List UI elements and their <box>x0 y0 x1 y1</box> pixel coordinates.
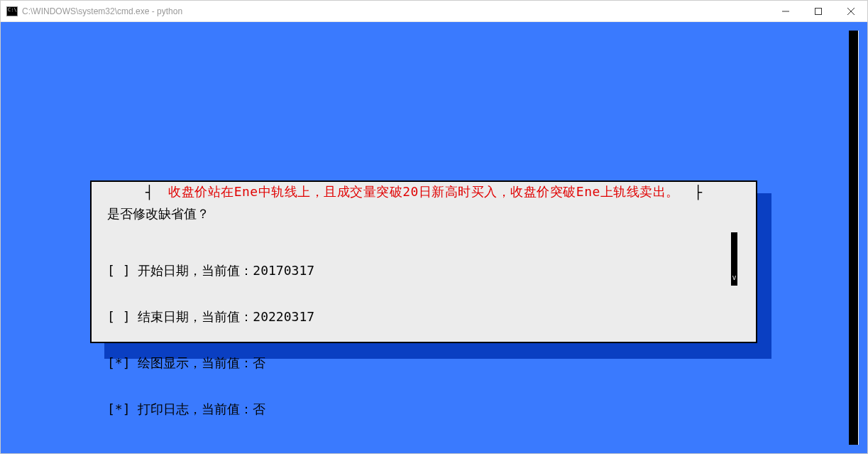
terminal-canvas: ┤ 收盘价站在Ene中轨线上，且成交量突破20日新高时买入，收盘价突破Ene上轨… <box>5 26 863 449</box>
minimize-button[interactable] <box>769 1 802 21</box>
dialog-title: 收盘价站在Ene中轨线上，且成交量突破20日新高时买入，收盘价突破Ene上轨线卖… <box>158 183 690 200</box>
dialog-body: 是否修改缺省值？ [ ] 开始日期，当前值：20170317 [ ] 结束日期，… <box>92 200 756 454</box>
scrollbar-thumb[interactable] <box>849 31 858 445</box>
window-controls <box>769 1 867 21</box>
close-button[interactable] <box>835 1 867 21</box>
terminal-area: ┤ 收盘价站在Ene中轨线上，且成交量突破20日新高时买入，收盘价突破Ene上轨… <box>1 22 867 453</box>
option-start-date[interactable]: [ ] 开始日期，当前值：20170317 <box>107 263 740 278</box>
dialog-titlebar: ┤ 收盘价站在Ene中轨线上，且成交量突破20日新高时买入，收盘价突破Ene上轨… <box>92 182 756 200</box>
option-plot-show[interactable]: [*] 绘图显示，当前值：否 <box>107 355 740 370</box>
window-title: C:\WINDOWS\system32\cmd.exe - python <box>22 6 769 16</box>
titlebar[interactable]: C:\WINDOWS\system32\cmd.exe - python <box>1 1 867 22</box>
svg-rect-1 <box>815 8 822 14</box>
cmd-icon <box>6 6 18 16</box>
tui-dialog: ┤ 收盘价站在Ene中轨线上，且成交量突破20日新高时买入，收盘价突破Ene上轨… <box>90 180 757 343</box>
title-right-divider: ├ <box>694 185 702 200</box>
option-print-log[interactable]: [*] 打印日志，当前值：否 <box>107 401 740 416</box>
list-scroll-indicator-icon[interactable]: v <box>730 232 737 286</box>
title-left-divider: ┤ <box>145 185 153 200</box>
dialog-prompt: 是否修改缺省值？ <box>107 206 740 222</box>
app-window: C:\WINDOWS\system32\cmd.exe - python ┤ 收… <box>0 0 868 454</box>
option-end-date[interactable]: [ ] 结束日期，当前值：20220317 <box>107 309 740 324</box>
terminal-scrollbar[interactable] <box>849 31 859 445</box>
maximize-button[interactable] <box>802 1 835 21</box>
option-list: [ ] 开始日期，当前值：20170317 [ ] 结束日期，当前值：20220… <box>107 232 740 454</box>
